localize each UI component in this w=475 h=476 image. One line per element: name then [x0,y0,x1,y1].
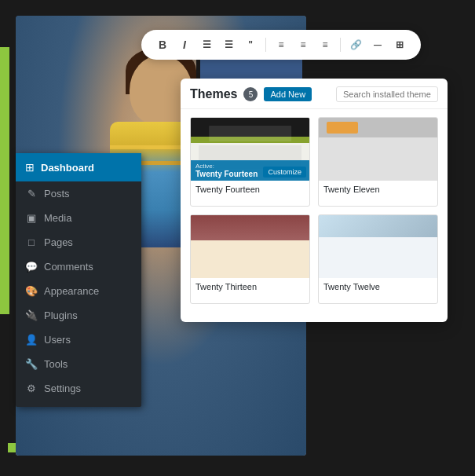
posts-icon: ✎ [25,188,38,200]
sidebar-item-posts-label: Posts [44,188,70,200]
theme-thumbnail-twenty-eleven [319,118,437,181]
themes-header: Themes 5 Add New [181,79,448,109]
sidebar-item-users[interactable]: 👤 Users [16,328,141,352]
appearance-icon: 🎨 [25,285,38,297]
sidebar-item-pages[interactable]: □ Pages [16,230,141,254]
sidebar-item-dashboard-label: Dashboard [41,162,94,174]
customize-button[interactable]: Customize [263,167,306,178]
theme-name-twenty-fourteen: Twenty Fourteen [191,181,309,198]
italic-button[interactable]: I [176,36,193,53]
users-icon: 👤 [25,334,38,346]
blockquote-button[interactable]: " [242,36,259,53]
dashboard-icon: ⊞ [25,161,35,174]
theme-name-twenty-eleven: Twenty Eleven [319,181,437,198]
editor-toolbar: B I ☰ ☰ " ≡ ≡ ≡ 🔗 — ⊞ [141,30,421,60]
settings-icon: ⚙ [25,383,38,394]
sidebar-item-posts[interactable]: ✎ Posts [16,181,141,206]
themes-title: Themes [190,87,237,101]
more-button[interactable]: — [369,36,386,53]
sidebar-item-pages-label: Pages [44,236,73,248]
green-bar-left [0,47,9,314]
grid-button[interactable]: ⊞ [391,36,408,53]
sidebar-item-plugins[interactable]: 🔌 Plugins [16,303,141,328]
search-themes-input[interactable] [336,86,438,102]
sidebar-item-settings[interactable]: ⚙ Settings [16,376,141,401]
theme-name-twenty-twelve: Twenty Twelve [319,278,437,295]
sidebar-item-dashboard[interactable]: ⊞ Dashboard [16,153,141,181]
comments-icon: 💬 [25,261,38,273]
pages-icon: □ [25,236,38,248]
media-icon: ▣ [25,212,38,224]
theme-card-twenty-twelve[interactable]: Twenty Twelve [318,214,438,304]
sidebar-item-comments-label: Comments [44,261,93,273]
tools-icon: 🔧 [25,358,38,370]
sidebar-item-media[interactable]: ▣ Media [16,206,141,230]
sidebar-item-appearance[interactable]: 🎨 Appearance [16,279,141,303]
theme-name-twenty-thirteen: Twenty Thirteen [191,278,309,295]
ul-button[interactable]: ☰ [198,36,215,53]
themes-count-badge: 5 [243,87,258,101]
sidebar-item-users-label: Users [44,334,71,346]
theme-card-twenty-eleven[interactable]: Twenty Eleven [318,117,438,207]
sidebar-item-comments[interactable]: 💬 Comments [16,254,141,279]
align-right-button[interactable]: ≡ [316,36,334,53]
ol-button[interactable]: ☰ [220,36,237,53]
theme-card-twenty-fourteen[interactable]: Active: Twenty Fourteen Customize Twenty… [190,117,310,207]
themes-grid: Active: Twenty Fourteen Customize Twenty… [181,109,448,312]
align-left-button[interactable]: ≡ [272,36,290,53]
themes-panel: Themes 5 Add New Active: Twenty Fourteen… [181,79,448,322]
wp-sidebar: ⊞ Dashboard ✎ Posts ▣ Media □ Pages 💬 Co… [16,153,141,407]
toolbar-divider-2 [340,38,341,52]
theme-thumbnail-twenty-fourteen: Active: Twenty Fourteen Customize [191,118,309,181]
sidebar-item-tools-label: Tools [44,358,68,370]
plugins-icon: 🔌 [25,309,38,321]
theme-thumbnail-twenty-thirteen [191,215,309,278]
sidebar-item-appearance-label: Appearance [44,285,99,297]
sidebar-item-tools[interactable]: 🔧 Tools [16,352,141,376]
sidebar-item-plugins-label: Plugins [44,309,78,321]
active-badge: Active: Twenty Fourteen Customize [191,160,309,181]
align-center-button[interactable]: ≡ [294,36,312,53]
link-button[interactable]: 🔗 [347,36,364,53]
theme-card-twenty-thirteen[interactable]: Twenty Thirteen [190,214,310,304]
theme-thumbnail-twenty-twelve [319,215,437,278]
toolbar-divider-1 [265,38,266,52]
sidebar-item-settings-label: Settings [44,383,81,394]
add-new-button[interactable]: Add New [264,87,312,101]
bold-button[interactable]: B [154,36,171,53]
sidebar-item-media-label: Media [44,212,71,224]
